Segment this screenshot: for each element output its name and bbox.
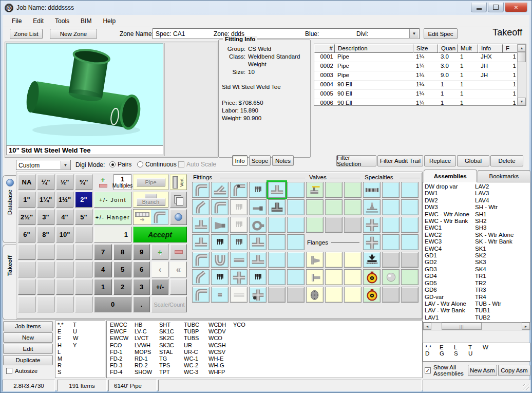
multiples-box[interactable]: 1Multiples	[113, 174, 131, 190]
fitting-cell-cross[interactable]	[363, 234, 381, 250]
code-item[interactable]: WCSV	[208, 349, 233, 355]
chevron-down-icon[interactable]: ▼	[409, 29, 419, 38]
fitting-cell-empty[interactable]	[287, 182, 305, 198]
chevron-down-icon[interactable]: ▼	[61, 161, 70, 169]
code-item[interactable]	[233, 369, 258, 376]
code-item[interactable]: WC-3	[184, 369, 208, 376]
replace-button[interactable]: Replace	[424, 155, 456, 166]
filter-item[interactable]	[73, 369, 105, 376]
fitting-cell-gauge[interactable]	[363, 269, 381, 285]
filter-item[interactable]: Y	[73, 342, 105, 349]
assembly-item[interactable]: DW2	[425, 197, 475, 204]
code-item[interactable]	[233, 328, 258, 335]
fitting-cell-elbow-90[interactable]	[192, 252, 210, 268]
maximize-button[interactable]	[488, 3, 504, 12]
fitting-cell-ribbed-connector[interactable]	[363, 182, 381, 198]
plus-minus-key[interactable]: +/-	[151, 279, 168, 295]
assembly-item[interactable]: SH3	[475, 224, 530, 231]
size-button-½"[interactable]: ½"	[56, 174, 73, 190]
assembly-filter-item[interactable]: G	[440, 350, 454, 357]
filter-item[interactable]: U	[73, 328, 105, 335]
filter-item[interactable]: S	[58, 369, 73, 376]
table-column-header[interactable]: Description	[335, 44, 413, 53]
joint-toggle-button[interactable]: +/- Joint	[94, 192, 131, 208]
filter-item[interactable]: E	[58, 328, 73, 335]
key-3[interactable]: 3	[133, 279, 150, 295]
assembly-item[interactable]: GD1	[425, 252, 475, 259]
fitting-cell-empty[interactable]	[344, 199, 362, 215]
assembly-item[interactable]: EWC - Wtr Bank	[425, 218, 475, 224]
resize-grip[interactable]	[523, 384, 529, 390]
blank-key[interactable]	[56, 261, 73, 277]
assembly-item[interactable]: SK1	[475, 246, 530, 252]
code-item[interactable]: MOPS	[135, 349, 159, 355]
assembly-item[interactable]: SK - Wtr Alone	[475, 232, 530, 238]
fitting-cell-empty[interactable]	[401, 199, 419, 215]
table-row[interactable]: 0002Pipe1¼3.01JH1	[314, 62, 526, 71]
fitting-cell-coupling[interactable]	[230, 287, 248, 303]
radio-pairs[interactable]: Pairs	[109, 161, 131, 168]
scrollbar-thumb[interactable]: |||	[442, 323, 482, 330]
fitting-cell-empty[interactable]	[401, 252, 419, 268]
blank-key[interactable]	[75, 296, 92, 312]
code-item[interactable]: FCO	[110, 342, 135, 349]
preset-combobox[interactable]: Custom ▼	[16, 160, 71, 170]
table-column-header[interactable]: Info	[478, 44, 503, 53]
assembly-item[interactable]: TR4	[475, 294, 530, 301]
assembly-filter-item[interactable]: S	[454, 350, 468, 357]
assembly-item[interactable]: TUB1	[475, 307, 530, 314]
filter-item[interactable]	[73, 355, 105, 362]
blank-key[interactable]	[37, 279, 54, 295]
fitting-cell-empty[interactable]	[268, 234, 286, 250]
fitting-cell-empty[interactable]	[287, 287, 305, 303]
fitting-cell-empty[interactable]	[401, 182, 419, 198]
filter-item[interactable]: R	[58, 362, 73, 369]
code-item[interactable]: STAL	[159, 349, 184, 355]
fitting-cell-empty[interactable]	[401, 234, 419, 250]
info-tab-button[interactable]: Info	[232, 155, 248, 166]
size-button-1"[interactable]: 1"	[18, 192, 35, 208]
filter-item[interactable]: H	[58, 342, 73, 349]
fitting-cell-empty[interactable]	[325, 269, 343, 285]
code-item[interactable]: WH-G	[208, 362, 233, 369]
show-all-checkbox[interactable]: ✓	[425, 367, 431, 373]
code-item[interactable]: WCSH	[208, 342, 233, 349]
table-row[interactable]: 000590 Ell1¼111	[314, 90, 526, 99]
fitting-cell-empty[interactable]	[382, 252, 400, 268]
decrement-button[interactable]	[170, 244, 187, 260]
code-item[interactable]: TG	[159, 355, 184, 362]
code-item[interactable]: SHT	[159, 322, 184, 328]
fitting-cell-weld-tee[interactable]	[268, 182, 286, 198]
code-item[interactable]: WH-E	[208, 355, 233, 362]
code-item[interactable]: UR	[184, 342, 208, 349]
fitting-cell-empty[interactable]	[325, 182, 343, 198]
copy-asm-button[interactable]: Copy Asm	[498, 365, 530, 376]
assembly-item[interactable]: EWC2	[425, 232, 475, 238]
pipe-button[interactable]: Pipe	[137, 178, 165, 186]
fitting-cell-empty[interactable]	[401, 269, 419, 285]
minus-icon[interactable]	[99, 184, 107, 188]
fitting-cell-empty[interactable]	[325, 252, 343, 268]
blank-key[interactable]	[56, 296, 73, 312]
fitting-cell-gauge[interactable]	[363, 287, 381, 303]
fitting-cell-flange-weld-neck[interactable]	[306, 252, 324, 268]
code-item[interactable]: EWCC	[110, 322, 135, 328]
fitting-cell-empty[interactable]	[287, 217, 305, 233]
fitting-cell-tee[interactable]	[249, 252, 267, 268]
code-item[interactable]: SK1C	[159, 328, 184, 335]
fitting-cell-threaded-nipple[interactable]	[230, 234, 248, 250]
back-all-button[interactable]: «	[170, 261, 187, 277]
fitting-cell-empty[interactable]	[268, 252, 286, 268]
fitting-cell-weld-tee[interactable]	[249, 234, 267, 250]
assembly-item[interactable]: SH1	[475, 211, 530, 218]
fitting-cell-street-elbow[interactable]	[230, 182, 248, 198]
size-button-5"[interactable]: 5"	[75, 209, 92, 225]
duplicate-button[interactable]: Duplicate	[3, 355, 53, 365]
pipe-button-cell[interactable]: Pipe	[133, 174, 168, 190]
menu-item-help[interactable]: Help	[98, 16, 121, 26]
table-row[interactable]: 000490 Ell1¼111	[314, 81, 526, 90]
assembly-item[interactable]: DW3	[425, 204, 475, 211]
assembly-item[interactable]: SK - Wtr Bank	[475, 238, 530, 245]
fitting-cell-flange-slip-on[interactable]	[306, 269, 324, 285]
fitting-cell-cross[interactable]	[230, 269, 248, 285]
